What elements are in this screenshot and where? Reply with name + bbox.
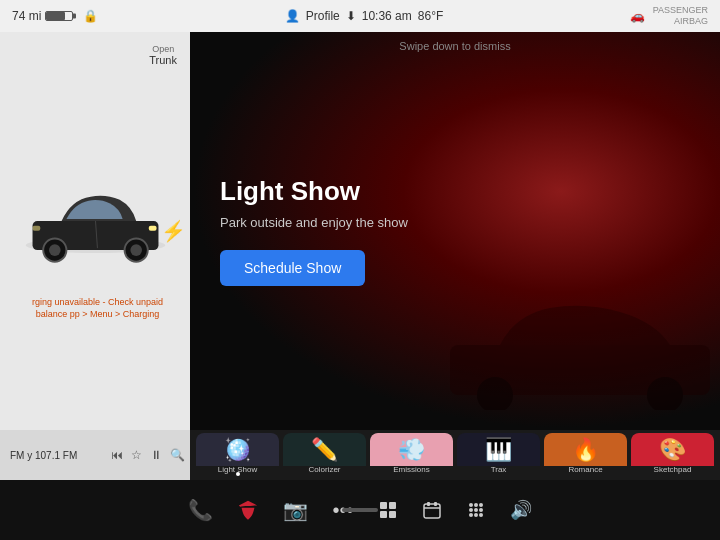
car-silhouette (430, 290, 720, 410)
svg-point-27 (474, 513, 478, 517)
taskbar-pill (342, 508, 378, 512)
trunk-label: Trunk (149, 54, 177, 66)
battery-fill (46, 12, 64, 20)
apps-row: 🪩 Light Show ✏️ Colorizer 💨 Emissions 🎹 … (190, 430, 720, 480)
grid-icon[interactable] (378, 500, 398, 520)
romance-icon: 🔥 (544, 433, 627, 466)
svg-point-25 (479, 508, 483, 512)
music-bar: FM y 107.1 FM ⏮ ☆ ⏸ 🔍 (0, 430, 195, 480)
status-left: 74 mi 🔒 (12, 9, 98, 23)
main-content: Open Trunk (0, 32, 720, 540)
airbag-text: PASSENGERAIRBAG (653, 5, 708, 27)
status-bar: 74 mi 🔒 👤 Profile ⬇ 10:36 am 86°F 🚗 PASS… (0, 0, 720, 32)
volume-icon[interactable]: 🔊 (510, 499, 532, 521)
app-item-emissions[interactable]: 💨 Emissions (370, 433, 453, 477)
calendar-icon[interactable] (422, 500, 442, 520)
svg-rect-6 (148, 226, 156, 231)
svg-point-20 (469, 503, 473, 507)
lightshow-title: Light Show (220, 176, 408, 207)
music-controls: ⏮ ☆ ⏸ 🔍 (111, 448, 185, 462)
emissions-icon: 💨 (370, 433, 453, 466)
svg-point-23 (469, 508, 473, 512)
status-right: 🚗 PASSENGERAIRBAG (630, 5, 708, 27)
lightshow-content: Light Show Park outside and enjoy the sh… (220, 176, 408, 286)
lightshow-modal: Swipe down to dismiss Light Show Park ou… (190, 32, 720, 430)
emissions-label: Emissions (393, 466, 429, 474)
car-container: ⚡ rging unavailable - Check unpaid balan… (18, 171, 178, 291)
app-item-romance[interactable]: 🔥 Romance (544, 433, 627, 477)
svg-point-26 (469, 513, 473, 517)
car-icon: 🚗 (630, 9, 645, 23)
temperature-display: 86°F (418, 9, 443, 23)
svg-rect-15 (389, 511, 396, 518)
lightshow-subtitle: Park outside and enjoy the show (220, 215, 408, 230)
svg-rect-16 (424, 504, 440, 518)
trunk-button[interactable]: Open Trunk (149, 44, 177, 66)
car-image (18, 171, 173, 271)
charging-bolt-icon: ⚡ (161, 219, 186, 243)
download-icon: ⬇ (346, 9, 356, 23)
tesla-logo[interactable] (237, 499, 259, 521)
swipe-dismiss-label: Swipe down to dismiss (399, 40, 510, 52)
music-info: FM y 107.1 FM (10, 450, 103, 461)
romance-label: Romance (568, 466, 602, 474)
status-center: 👤 Profile ⬇ 10:36 am 86°F (285, 9, 444, 23)
svg-rect-14 (380, 511, 387, 518)
svg-point-21 (474, 503, 478, 507)
phone-icon[interactable]: 📞 (188, 498, 213, 522)
equalizer-button[interactable]: ⏸ (150, 448, 162, 462)
svg-point-3 (49, 244, 61, 256)
sketchpad-label: Sketchpad (654, 466, 692, 474)
svg-rect-12 (380, 502, 387, 509)
battery-bar (45, 11, 73, 21)
apps-icon[interactable] (466, 500, 486, 520)
battery-indicator: 74 mi (12, 9, 73, 23)
profile-icon: 👤 (285, 9, 300, 23)
svg-point-24 (474, 508, 478, 512)
colorizer-icon: ✏️ (283, 433, 366, 466)
svg-rect-7 (32, 226, 40, 231)
camera-icon[interactable]: 📷 (283, 498, 308, 522)
svg-rect-19 (434, 502, 437, 506)
svg-rect-13 (389, 502, 396, 509)
svg-rect-18 (427, 502, 430, 506)
lock-icon: 🔒 (83, 9, 98, 23)
favorite-button[interactable]: ☆ (131, 448, 142, 462)
trax-icon: 🎹 (457, 433, 540, 466)
svg-point-5 (130, 244, 142, 256)
app-item-sketchpad[interactable]: 🎨 Sketchpad (631, 433, 714, 477)
app-item-colorizer[interactable]: ✏️ Colorizer (283, 433, 366, 477)
lightshow-icon: 🪩 (196, 433, 279, 466)
trax-label: Trax (491, 466, 507, 474)
svg-point-28 (479, 513, 483, 517)
open-label: Open (149, 44, 177, 54)
search-music-button[interactable]: 🔍 (170, 448, 185, 462)
taskbar: 📞 📷 ••• (0, 480, 720, 540)
profile-label[interactable]: Profile (306, 9, 340, 23)
prev-button[interactable]: ⏮ (111, 448, 123, 462)
charge-status: rging unavailable - Check unpaid balance… (18, 296, 178, 321)
active-dot-lightshow (236, 472, 240, 476)
station-label: FM y 107.1 FM (10, 450, 77, 461)
left-panel: Open Trunk (0, 32, 195, 430)
mileage: 74 mi (12, 9, 41, 23)
time-display: 10:36 am (362, 9, 412, 23)
app-item-trax[interactable]: 🎹 Trax (457, 433, 540, 477)
svg-point-22 (479, 503, 483, 507)
schedule-show-button[interactable]: Schedule Show (220, 250, 365, 286)
sketchpad-icon: 🎨 (631, 433, 714, 466)
app-item-lightshow[interactable]: 🪩 Light Show (196, 433, 279, 477)
colorizer-label: Colorizer (308, 466, 340, 474)
